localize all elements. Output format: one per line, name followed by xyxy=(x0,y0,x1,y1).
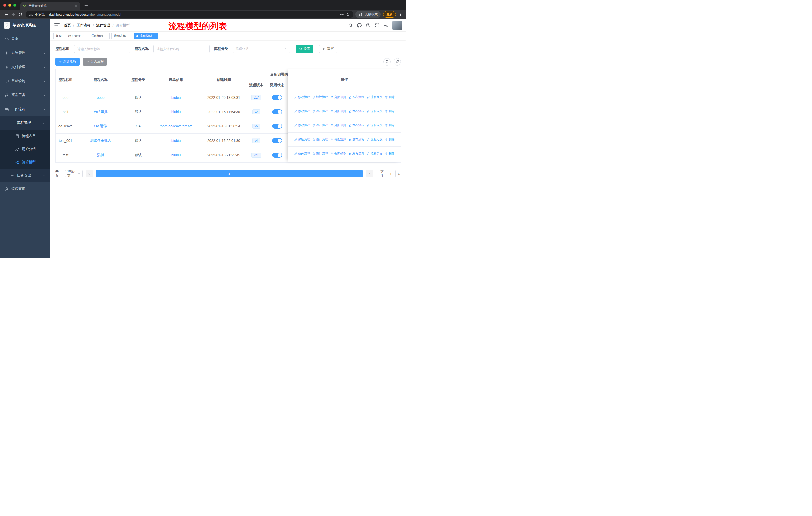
close-icon[interactable] xyxy=(127,34,130,37)
action-assign-rule[interactable]: 分配规则 xyxy=(330,95,346,99)
browser-menu-icon[interactable] xyxy=(399,12,403,17)
hamburger-icon[interactable] xyxy=(54,23,60,28)
user-avatar[interactable] xyxy=(393,21,402,30)
action-delete[interactable]: 删除 xyxy=(385,123,395,128)
tag-租户管理[interactable]: 租户管理 xyxy=(66,33,87,39)
sidebar-item-home[interactable]: 首页 xyxy=(0,32,50,46)
action-delete[interactable]: 删除 xyxy=(385,137,395,142)
sidebar-item-leave-query[interactable]: 请假查询 xyxy=(0,182,50,196)
page-number-button[interactable]: 1 xyxy=(96,170,363,177)
action-modify[interactable]: 修改流程 xyxy=(294,95,310,99)
action-definition[interactable]: 流程定义 xyxy=(367,152,383,156)
app-logo[interactable]: 芋道管理系统 xyxy=(0,19,50,32)
tag-首页[interactable]: 首页 xyxy=(53,33,64,39)
active-toggle[interactable] xyxy=(272,95,282,100)
action-modify[interactable]: 修改流程 xyxy=(294,109,310,113)
bookmark-icon[interactable] xyxy=(346,12,350,17)
action-design[interactable]: 设计流程 xyxy=(312,137,328,142)
action-delete[interactable]: 删除 xyxy=(385,95,395,99)
search-button[interactable]: 搜索 xyxy=(296,45,313,53)
action-publish[interactable]: 发布流程 xyxy=(349,95,365,99)
active-toggle[interactable] xyxy=(272,138,282,143)
reload-button[interactable] xyxy=(17,11,24,18)
zoom-window-button[interactable] xyxy=(13,3,17,6)
form-info-link[interactable]: biubiu xyxy=(171,110,181,114)
action-assign-rule[interactable]: 分配规则 xyxy=(330,109,346,113)
process-key-input[interactable] xyxy=(74,45,130,53)
reset-button[interactable]: 重置 xyxy=(319,45,337,53)
action-modify[interactable]: 修改流程 xyxy=(294,123,310,128)
password-manager-icon[interactable] xyxy=(340,12,344,17)
refresh-table-button[interactable] xyxy=(394,58,401,65)
form-info-link[interactable]: biubiu xyxy=(171,139,181,143)
active-toggle[interactable] xyxy=(272,109,282,114)
action-assign-rule[interactable]: 分配规则 xyxy=(330,137,346,142)
sidebar-item-task-management[interactable]: 任务管理 xyxy=(0,169,50,182)
form-info-link[interactable]: /bpm/oa/leave/create xyxy=(160,124,193,128)
breadcrumb-item[interactable]: 工作流程 xyxy=(77,23,91,28)
sidebar-item-payment-management[interactable]: 支付管理 xyxy=(0,60,50,74)
update-browser-button[interactable]: 更新 xyxy=(383,11,396,18)
sidebar-item-system-management[interactable]: 系统管理 xyxy=(0,46,50,60)
tab-close-icon[interactable] xyxy=(75,4,78,7)
tag-流程模型[interactable]: 流程模型 xyxy=(134,33,158,39)
action-design[interactable]: 设计流程 xyxy=(312,152,328,156)
action-delete[interactable]: 删除 xyxy=(385,109,395,113)
page-size-select[interactable]: 10条/页 xyxy=(65,170,83,177)
toggle-search-button[interactable] xyxy=(383,58,390,65)
fullscreen-icon[interactable] xyxy=(375,23,379,28)
header-search-icon[interactable] xyxy=(348,23,353,28)
action-modify[interactable]: 修改流程 xyxy=(294,152,310,156)
prev-page-button[interactable] xyxy=(86,170,93,177)
form-info-link[interactable]: biubiu xyxy=(171,96,181,100)
model-name-link[interactable]: 自己审批 xyxy=(94,110,108,114)
goto-page-input[interactable] xyxy=(386,170,396,177)
action-design[interactable]: 设计流程 xyxy=(312,95,328,99)
active-toggle[interactable] xyxy=(272,124,282,129)
back-button[interactable] xyxy=(2,11,9,18)
close-window-button[interactable] xyxy=(3,3,6,6)
sidebar-item-user-group[interactable]: 用户分组 xyxy=(0,143,50,156)
font-size-icon[interactable] xyxy=(384,23,388,28)
sidebar-item-process-model[interactable]: 流程模型 xyxy=(0,156,50,169)
action-design[interactable]: 设计流程 xyxy=(312,109,328,113)
category-select[interactable]: 流程分类 xyxy=(233,45,290,53)
breadcrumb-item[interactable]: 首页 xyxy=(64,23,71,28)
close-icon[interactable] xyxy=(82,34,85,37)
model-name-link[interactable]: 测试多审批人 xyxy=(90,138,111,143)
model-name-link[interactable]: 滔博 xyxy=(97,153,104,158)
action-delete[interactable]: 删除 xyxy=(385,152,395,156)
minimize-window-button[interactable] xyxy=(8,3,11,6)
action-assign-rule[interactable]: 分配规则 xyxy=(330,152,346,156)
action-publish[interactable]: 发布流程 xyxy=(349,109,365,113)
help-icon[interactable] xyxy=(366,23,371,28)
security-warning-label[interactable]: 不安全 xyxy=(35,12,45,17)
action-definition[interactable]: 流程定义 xyxy=(367,109,383,113)
action-publish[interactable]: 发布流程 xyxy=(349,152,365,156)
import-process-button[interactable]: 导入流程 xyxy=(83,58,107,65)
model-name-link[interactable]: OA 请假 xyxy=(94,124,107,129)
action-assign-rule[interactable]: 分配规则 xyxy=(330,123,346,128)
new-tab-button[interactable] xyxy=(83,2,89,9)
breadcrumb-item[interactable]: 流程管理 xyxy=(96,23,110,28)
sidebar-item-process-form[interactable]: 流程表单 xyxy=(0,130,50,143)
sidebar-item-process-management[interactable]: 流程管理 xyxy=(0,116,50,130)
close-icon[interactable] xyxy=(105,34,107,37)
sidebar-item-dev-tools[interactable]: 研发工具 xyxy=(0,88,50,102)
address-bar[interactable]: 不安全 dashboard.yudao.iocoder.cn/bpm/manag… xyxy=(26,11,353,18)
forward-button[interactable] xyxy=(9,11,17,18)
tag-我的流程[interactable]: 我的流程 xyxy=(89,33,110,39)
close-icon[interactable] xyxy=(153,34,156,37)
action-definition[interactable]: 流程定义 xyxy=(367,123,383,128)
action-definition[interactable]: 流程定义 xyxy=(367,137,383,142)
action-publish[interactable]: 发布流程 xyxy=(349,123,365,128)
active-toggle[interactable] xyxy=(272,153,282,158)
action-modify[interactable]: 修改流程 xyxy=(294,137,310,142)
tag-流程表单[interactable]: 流程表单 xyxy=(111,33,133,39)
process-name-input[interactable] xyxy=(153,45,210,53)
create-process-button[interactable]: 新建流程 xyxy=(55,58,80,65)
action-publish[interactable]: 发布流程 xyxy=(349,137,365,142)
github-icon[interactable] xyxy=(357,23,362,28)
next-page-button[interactable] xyxy=(366,170,373,177)
action-design[interactable]: 设计流程 xyxy=(312,123,328,128)
